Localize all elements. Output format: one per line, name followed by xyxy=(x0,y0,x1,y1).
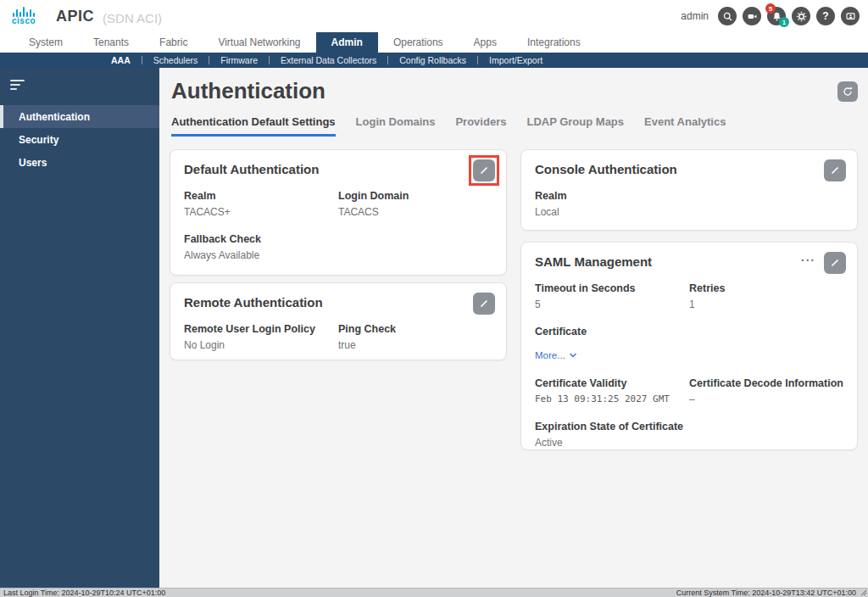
nav-tab-fabric[interactable]: Fabric xyxy=(144,32,203,53)
nav-tab-operations[interactable]: Operations xyxy=(378,32,459,53)
highlight-box xyxy=(469,155,499,186)
field-realm: Realm Local xyxy=(535,190,689,218)
subnav-import-export[interactable]: Import/Export xyxy=(478,56,554,64)
sidebar: Authentication Security Users xyxy=(0,68,159,588)
app-title: APIC xyxy=(56,8,94,25)
field-realm: Realm TACACS+ xyxy=(184,190,338,218)
help-glyph: ? xyxy=(822,10,828,22)
tab-login-domains[interactable]: Login Domains xyxy=(356,115,436,137)
saml-management-card: SAML Management ··· Timeout in Seconds 5… xyxy=(520,242,858,450)
notifications-bell-icon[interactable]: 5 1 xyxy=(767,7,786,25)
header-actions: admin 5 1 ? xyxy=(681,7,860,25)
field-remote-user-login-policy: Remote User Login Policy No Login xyxy=(184,323,338,351)
chevron-down-icon xyxy=(569,352,577,359)
card-title: Default Authentication xyxy=(184,162,492,176)
subnav-external-data-collectors[interactable]: External Data Collectors xyxy=(270,56,388,64)
field-ping-check: Ping Check true xyxy=(338,323,492,351)
app-subtitle: (SDN ACI) xyxy=(103,11,162,25)
nav-tab-integrations[interactable]: Integrations xyxy=(512,32,596,53)
default-auth-edit-button[interactable] xyxy=(473,159,495,181)
field-timeout: Timeout in Seconds 5 xyxy=(535,282,689,310)
refresh-icon[interactable] xyxy=(837,81,858,102)
console-auth-edit-button[interactable] xyxy=(824,159,846,181)
field-fallback-check: Fallback Check Always Available xyxy=(184,233,338,261)
collapse-menu-icon[interactable] xyxy=(10,80,25,90)
content-tabs: Authentication Default Settings Login Do… xyxy=(171,115,726,137)
field-certificate-validity: Certificate Validity Feb 13 09:31:25 202… xyxy=(535,377,689,405)
system-tools-icon[interactable] xyxy=(841,7,860,25)
nav-tab-admin[interactable]: Admin xyxy=(316,32,378,53)
nav-tab-virtual-networking[interactable]: Virtual Networking xyxy=(203,32,315,53)
info-count-badge[interactable]: 1 xyxy=(779,17,789,27)
sidebar-item-security[interactable]: Security xyxy=(0,128,159,151)
field-spacer xyxy=(689,326,843,362)
tab-ldap-group-maps[interactable]: LDAP Group Maps xyxy=(526,115,624,137)
saml-edit-button[interactable] xyxy=(824,252,846,274)
settings-gear-icon[interactable] xyxy=(792,7,810,25)
resize-handle[interactable] xyxy=(860,589,867,596)
video-feedback-icon[interactable] xyxy=(743,7,761,25)
page-title: Authentication xyxy=(171,78,326,104)
tab-authentication-default-settings[interactable]: Authentication Default Settings xyxy=(171,115,336,137)
card-title: Remote Authentication xyxy=(184,295,492,310)
help-icon[interactable]: ? xyxy=(816,7,835,25)
field-expiration-state: Expiration State of Certificate Active xyxy=(535,421,689,449)
brand: cisco APIC (SDN ACI) xyxy=(12,7,162,25)
current-system-time: Current System Time: 2024-10-29T13:42 UT… xyxy=(676,589,856,597)
alert-count-badge[interactable]: 5 xyxy=(765,3,776,14)
field-retries: Retries 1 xyxy=(689,282,843,310)
field-certificate-decode: Certificate Decode Information – xyxy=(689,377,843,405)
username-label[interactable]: admin xyxy=(681,10,709,22)
more-menu-icon[interactable]: ··· xyxy=(801,256,815,270)
main-nav: System Tenants Fabric Virtual Networking… xyxy=(0,32,868,53)
last-login-time: Last Login Time: 2024-10-29T10:24 UTC+01… xyxy=(3,589,165,597)
status-bar: Last Login Time: 2024-10-29T10:24 UTC+01… xyxy=(0,588,868,597)
subnav-aaa[interactable]: AAA xyxy=(100,56,142,64)
cisco-logo: cisco xyxy=(12,7,36,25)
default-authentication-card: Default Authentication Realm TACACS+ Log… xyxy=(170,149,507,276)
tab-event-analytics[interactable]: Event Analytics xyxy=(644,115,726,137)
field-certificate: Certificate More... xyxy=(535,326,689,362)
nav-tab-system[interactable]: System xyxy=(14,32,78,53)
remote-auth-edit-button[interactable] xyxy=(473,293,495,315)
search-icon[interactable] xyxy=(718,7,737,25)
card-title: SAML Management xyxy=(535,254,843,269)
subnav-config-rollbacks[interactable]: Config Rollbacks xyxy=(388,56,478,64)
console-authentication-card: Console Authentication Realm Local xyxy=(520,149,858,231)
subnav-schedulers[interactable]: Schedulers xyxy=(142,56,210,64)
nav-tab-apps[interactable]: Apps xyxy=(459,32,512,53)
nav-tab-tenants[interactable]: Tenants xyxy=(78,32,144,53)
top-header: cisco APIC (SDN ACI) admin 5 1 ? xyxy=(0,0,868,32)
tab-providers[interactable]: Providers xyxy=(455,115,506,137)
sub-nav: AAA Schedulers Firmware External Data Co… xyxy=(0,53,868,68)
field-login-domain: Login Domain TACACS xyxy=(338,190,492,218)
main-content: Authentication Authentication Default Se… xyxy=(159,68,868,588)
sidebar-item-authentication[interactable]: Authentication xyxy=(0,105,159,128)
cisco-wordmark: cisco xyxy=(12,17,36,25)
certificate-more-link[interactable]: More... xyxy=(535,350,577,360)
subnav-firmware[interactable]: Firmware xyxy=(209,56,270,64)
apic-window: cisco APIC (SDN ACI) admin 5 1 ? xyxy=(0,0,868,597)
remote-authentication-card: Remote Authentication Remote User Login … xyxy=(170,282,507,360)
card-title: Console Authentication xyxy=(535,162,843,176)
sidebar-item-users[interactable]: Users xyxy=(0,151,159,174)
